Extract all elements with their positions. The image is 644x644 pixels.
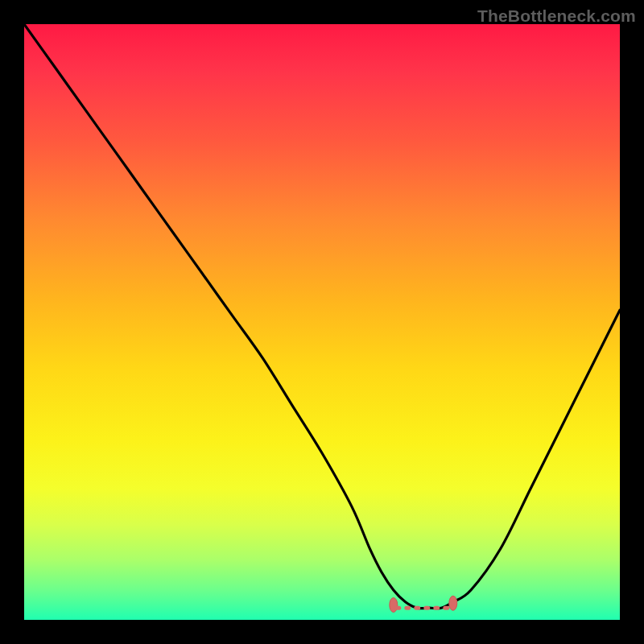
bottleneck-curve: [24, 24, 620, 609]
marker-end: [449, 596, 457, 610]
watermark-text: TheBottleneck.com: [477, 6, 636, 26]
plot-area: [24, 24, 620, 620]
curve-layer: [24, 24, 620, 620]
marker-start: [390, 598, 398, 613]
chart-frame: TheBottleneck.com: [0, 0, 644, 644]
